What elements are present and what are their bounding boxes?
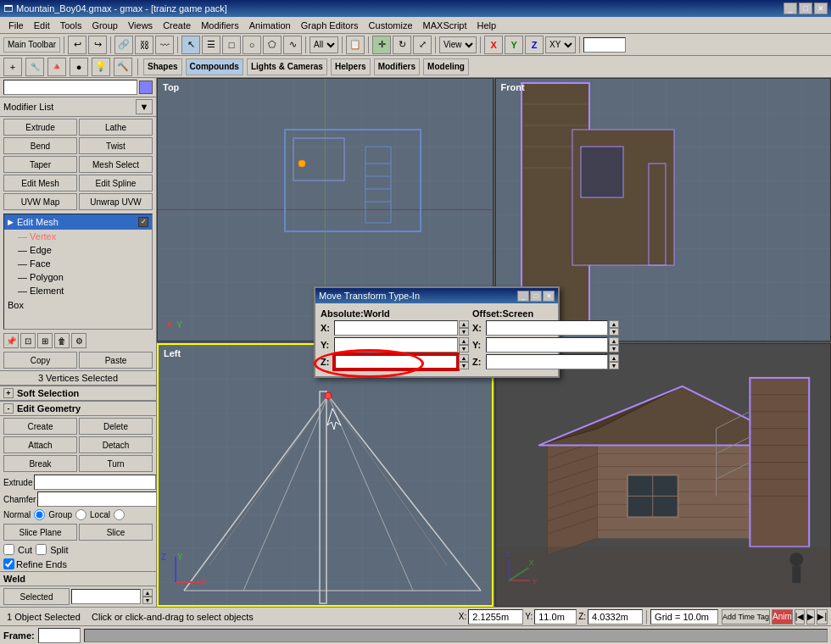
slice-button[interactable]: Slice <box>79 524 153 541</box>
weld-up[interactable]: ▲ <box>142 589 153 597</box>
window-controls[interactable]: _ □ ✕ <box>784 3 828 14</box>
delete-button[interactable]: Delete <box>79 418 153 435</box>
y-axis-button[interactable]: Y <box>505 36 523 54</box>
selection-filter-dropdown[interactable]: All <box>310 36 338 53</box>
next-frame-button[interactable]: ▶| <box>817 609 828 625</box>
turn-button[interactable]: Turn <box>79 455 153 472</box>
menu-graph-editors[interactable]: Graph Editors <box>296 18 364 33</box>
stack-face[interactable]: — Face <box>4 257 152 270</box>
maximize-button[interactable]: □ <box>799 3 812 14</box>
twist-button[interactable]: Twist <box>79 137 153 154</box>
abs-z-up[interactable]: ▲ <box>459 354 469 362</box>
axis-constraint-dropdown[interactable]: XY <box>545 36 576 53</box>
shapes-section[interactable]: Shapes <box>143 58 182 75</box>
abs-z-input[interactable]: 4.0332m <box>334 354 458 369</box>
anim-button[interactable]: Anim <box>772 609 793 625</box>
menu-help[interactable]: Help <box>472 18 502 33</box>
off-x-spinner[interactable]: ▲ ▼ <box>609 320 619 336</box>
abs-z-down[interactable]: ▼ <box>459 362 469 369</box>
unlink-button[interactable]: ⛓ <box>135 36 153 54</box>
stack-polygon[interactable]: — Polygon <box>4 270 152 284</box>
abs-x-spinner[interactable]: ▲ ▼ <box>459 320 469 336</box>
stack-edit-mesh[interactable]: ▶ Edit Mesh ✓ <box>4 214 152 230</box>
dialog-window-controls[interactable]: _ □ ✕ <box>517 291 555 302</box>
weld-selected-button[interactable]: Selected <box>3 588 70 605</box>
uvw-map-button[interactable]: UVW Map <box>3 193 77 210</box>
dialog-minimize[interactable]: _ <box>517 291 529 302</box>
stack-configure-button[interactable]: ⚙ <box>71 333 86 348</box>
circ-select-button[interactable]: ○ <box>243 36 261 54</box>
fence-select-button[interactable]: ⬠ <box>263 36 282 54</box>
playback-controls[interactable]: Add Time Tag Anim |◀ ▶ ▶| <box>722 609 828 625</box>
abs-y-input[interactable]: 11.0m <box>334 337 458 353</box>
undo-button[interactable]: ↩ <box>68 36 86 54</box>
modifier-stack[interactable]: ▶ Edit Mesh ✓ — Vertex — Edge — Face — P… <box>3 214 153 330</box>
soft-selection-header[interactable]: + Soft Selection <box>0 386 156 401</box>
modifiers-section[interactable]: Modifiers <box>374 58 420 75</box>
off-x-input[interactable]: 0.0m <box>486 320 608 336</box>
hierarchy-panel-button[interactable]: 🔺 <box>47 58 66 76</box>
group-radio[interactable] <box>75 509 86 520</box>
abs-x-input[interactable]: 2.1255m <box>334 320 458 336</box>
bend-button[interactable]: Bend <box>3 137 77 154</box>
attach-button[interactable]: Attach <box>3 436 77 453</box>
lasso-select-button[interactable]: ∿ <box>283 36 302 54</box>
z-axis-button[interactable]: Z <box>525 36 544 54</box>
stack-box[interactable]: Box <box>4 297 152 313</box>
abs-y-up[interactable]: ▲ <box>459 337 469 345</box>
reference-coord-dropdown[interactable]: View <box>439 36 477 53</box>
refine-ends-checkbox[interactable] <box>3 558 14 569</box>
detach-button[interactable]: Detach <box>79 436 153 453</box>
select-by-name-button[interactable]: ☰ <box>202 36 220 54</box>
off-z-input[interactable]: 0.0m <box>486 354 608 369</box>
object-color-swatch[interactable] <box>139 80 153 94</box>
redo-button[interactable]: ↪ <box>88 36 107 54</box>
menu-customize[interactable]: Customize <box>364 18 418 33</box>
abs-y-spinner[interactable]: ▲ ▼ <box>459 337 469 353</box>
extrude-button[interactable]: Extrude <box>3 119 77 136</box>
split-checkbox[interactable] <box>36 544 47 555</box>
off-y-input[interactable]: 0.0m <box>486 337 608 353</box>
modifier-list-dropdown[interactable]: ▼ <box>136 99 153 114</box>
abs-x-up[interactable]: ▲ <box>459 320 469 328</box>
dialog-maximize[interactable]: □ <box>530 291 542 302</box>
add-time-tag-button[interactable]: Add Time Tag <box>722 609 770 625</box>
off-z-spinner[interactable]: ▲ ▼ <box>609 354 619 369</box>
modeling-section[interactable]: Modeling <box>423 58 469 75</box>
off-x-down[interactable]: ▼ <box>609 328 619 336</box>
stack-show-end-result-button[interactable]: ⊡ <box>20 333 36 348</box>
chamfer-input[interactable]: 0.0m <box>37 491 157 507</box>
abs-x-down[interactable]: ▼ <box>459 328 469 336</box>
break-button[interactable]: Break <box>3 455 77 472</box>
menu-views[interactable]: Views <box>123 18 158 33</box>
utilities-panel-button[interactable]: 🔨 <box>114 58 132 76</box>
taper-button[interactable]: Taper <box>3 156 77 173</box>
off-y-down[interactable]: ▼ <box>609 345 619 353</box>
select-rotate-button[interactable]: ↻ <box>393 36 411 54</box>
lathe-button[interactable]: Lathe <box>79 119 153 136</box>
off-y-up[interactable]: ▲ <box>609 337 619 345</box>
bind-spacewarp-button[interactable]: 〰 <box>155 36 174 54</box>
stack-vertex[interactable]: — Vertex <box>4 230 152 243</box>
paste-button[interactable]: Paste <box>79 352 153 369</box>
viewport-persp[interactable]: Y Z X <box>495 343 832 607</box>
mesh-select-button[interactable]: Mesh Select <box>79 156 153 173</box>
select-button[interactable]: ↖ <box>181 36 200 54</box>
select-scale-button[interactable]: ⤢ <box>413 36 432 54</box>
off-x-up[interactable]: ▲ <box>609 320 619 328</box>
off-y-spinner[interactable]: ▲ ▼ <box>609 337 619 353</box>
extrude-input[interactable]: 0.0m <box>34 475 156 490</box>
weld-down[interactable]: ▼ <box>142 597 153 604</box>
compounds-section[interactable]: Compounds <box>186 58 243 75</box>
edit-mesh-button[interactable]: Edit Mesh <box>3 175 77 192</box>
off-z-down[interactable]: ▼ <box>609 362 619 369</box>
weld-spinner[interactable]: ▲ ▼ <box>142 589 153 604</box>
play-button[interactable]: ▶ <box>806 609 815 625</box>
off-z-up[interactable]: ▲ <box>609 354 619 362</box>
edit-geometry-toggle[interactable]: - <box>3 403 14 414</box>
stack-make-unique-button[interactable]: ⊞ <box>37 333 53 348</box>
menu-create[interactable]: Create <box>158 18 196 33</box>
close-button[interactable]: ✕ <box>814 3 828 14</box>
edit-geometry-header[interactable]: - Edit Geometry <box>0 401 156 416</box>
weld-target-input[interactable]: 0.1m <box>71 589 141 604</box>
